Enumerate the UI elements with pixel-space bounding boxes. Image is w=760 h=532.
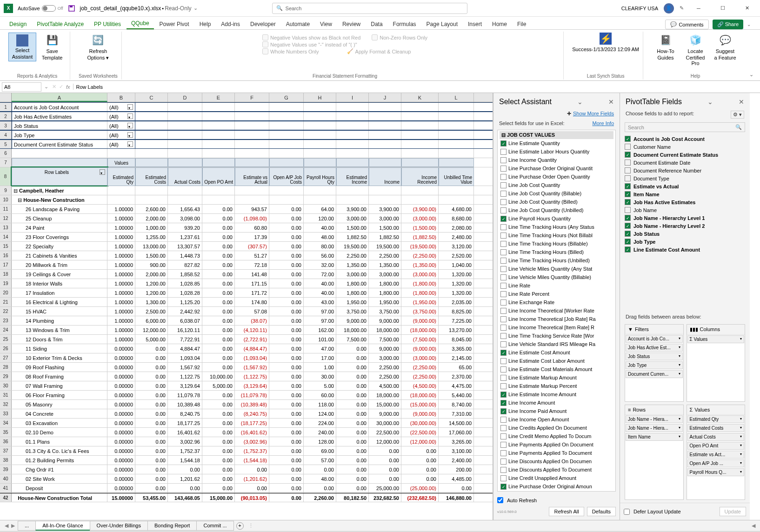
area-field[interactable]: Document Curren... [626, 370, 683, 378]
cell[interactable] [135, 121, 168, 130]
value-cell[interactable]: 0.00 [439, 484, 474, 492]
value-cell[interactable]: 5.00 [304, 381, 336, 390]
value-cell[interactable]: 72.00 [304, 270, 336, 279]
row-header[interactable]: 32 [0, 400, 12, 409]
add-sheet-button[interactable]: + [236, 522, 244, 530]
neg-black-check[interactable]: Negative Values show as Black not Red [262, 34, 360, 40]
row-header[interactable]: 21 [0, 298, 12, 306]
value-cell[interactable]: (1,950.00) [401, 298, 439, 306]
item-name[interactable]: 06 Floor Framing [12, 391, 107, 399]
value-cell[interactable]: 0.00 [269, 298, 304, 306]
total-value[interactable]: 0.00 [269, 493, 304, 502]
group-row[interactable]: ⊟ Campbell, Heather [12, 186, 107, 195]
item-name[interactable]: 24 Paint [12, 223, 107, 232]
row-header[interactable]: 40 [0, 474, 12, 483]
cell[interactable] [439, 186, 474, 195]
value-cell[interactable]: 1,950.00 [336, 298, 369, 306]
value-cell[interactable]: 0.00 [336, 409, 369, 418]
value-cell[interactable]: 9,000.00 [369, 344, 401, 353]
pivot-field-item[interactable]: Document Reference Number [625, 166, 745, 174]
cell[interactable] [304, 186, 336, 195]
value-cell[interactable]: 1.00000 [107, 223, 135, 232]
value-cell[interactable]: (3,750.00) [401, 307, 439, 316]
value-cell[interactable]: 0.00 [269, 391, 304, 399]
avatar[interactable]: 👤 [664, 3, 674, 13]
cell[interactable] [369, 140, 401, 148]
column-header[interactable]: A [12, 93, 107, 102]
row-header[interactable]: 10 [0, 195, 12, 204]
value-cell[interactable]: 0.00 [135, 484, 168, 492]
value-cell[interactable]: 10,000.00 [202, 372, 235, 381]
value-cell[interactable]: 9,000.00 [336, 316, 369, 325]
tab-home[interactable]: Home [487, 19, 512, 29]
row-header[interactable]: 35 [0, 428, 12, 437]
value-cell[interactable]: 0.00 [269, 279, 304, 288]
value-cell[interactable]: 0.00 [269, 233, 304, 241]
field-item[interactable]: Line Payments Applied On Document [500, 440, 613, 449]
fx-icon[interactable]: fx [66, 84, 70, 90]
value-cell[interactable]: 17.39 [235, 233, 269, 241]
value-cell[interactable]: 16,120.11 [168, 326, 202, 334]
value-cell[interactable]: (4,884.47) [235, 344, 269, 353]
value-cell[interactable]: 0.00 [202, 205, 235, 213]
cell[interactable] [304, 112, 336, 120]
value-cell[interactable]: 56.00 [304, 251, 336, 260]
field-item[interactable]: Line Estimate Labor Hours Quantity [500, 147, 613, 156]
value-cell[interactable]: 0.00 [202, 251, 235, 260]
value-cell[interactable]: 1,255.00 [135, 233, 168, 241]
field-item[interactable]: Line Time Tracking Hours (Billable) [500, 239, 613, 248]
cell[interactable] [135, 112, 168, 120]
value-cell[interactable]: 4,500.00 [369, 381, 401, 390]
cell[interactable] [401, 186, 439, 195]
value-cell[interactable]: 13,270.00 [439, 326, 474, 334]
value-cell[interactable]: 1,656.43 [168, 205, 202, 213]
value-cell[interactable]: 3,750.00 [369, 307, 401, 316]
value-cell[interactable]: 2,145.00 [439, 353, 474, 362]
value-cell[interactable]: (12,000.00) [401, 437, 439, 446]
value-cell[interactable]: (7,500.00) [401, 335, 439, 344]
cell[interactable] [202, 195, 235, 204]
value-cell[interactable]: 827.82 [168, 260, 202, 269]
row-header[interactable]: 33 [0, 409, 12, 418]
tab-data[interactable]: Data [366, 19, 387, 29]
item-name[interactable]: 11 Siding [12, 344, 107, 353]
maximize-button[interactable]: ☐ [713, 2, 732, 15]
value-cell[interactable]: 48.00 [304, 474, 336, 483]
pivot-field-item[interactable]: Job Type [625, 238, 745, 246]
value-cell[interactable]: 3,900.00 [336, 205, 369, 213]
value-cell[interactable]: (1,800.00) [401, 279, 439, 288]
cell[interactable] [12, 149, 107, 158]
value-cell[interactable]: 12,000.00 [135, 326, 168, 334]
filter-label[interactable]: Job Status [12, 121, 107, 130]
value-cell[interactable]: (18,177.25) [235, 419, 269, 427]
total-value[interactable]: 80,182.50 [336, 493, 369, 502]
item-name[interactable]: 22 Specialty [12, 242, 107, 251]
field-item[interactable]: Line Purchase Order Original Quantit [500, 164, 613, 173]
value-cell[interactable]: (307.57) [235, 242, 269, 251]
value-cell[interactable]: 0.00 [369, 474, 401, 483]
cell[interactable] [235, 103, 269, 111]
row-header[interactable]: 11 [0, 205, 12, 213]
cell[interactable] [369, 112, 401, 120]
value-cell[interactable]: 18,000.00 [369, 391, 401, 399]
cell[interactable] [304, 158, 336, 167]
value-cell[interactable]: 1,040.00 [439, 260, 474, 269]
update-button[interactable]: Update [720, 507, 746, 516]
value-cell[interactable]: (38.07) [235, 316, 269, 325]
value-cell[interactable]: 124.00 [304, 409, 336, 418]
field-item[interactable]: Line Time Tracking Hours (Unbilled) [500, 256, 613, 265]
value-cell[interactable]: 57.08 [235, 307, 269, 316]
cell[interactable] [135, 186, 168, 195]
row-header[interactable]: 41 [0, 484, 12, 492]
row-header[interactable]: 16 [0, 251, 12, 260]
value-cell[interactable]: 60.80 [235, 223, 269, 232]
value-cell[interactable]: 0.00 [336, 363, 369, 372]
value-cell[interactable]: 0.00 [135, 428, 168, 437]
value-cell[interactable]: (1,567.92) [235, 363, 269, 372]
field-item[interactable]: Line Payments Applied To Document [500, 449, 613, 457]
nonzero-check[interactable]: Non-Zero Rows Only [372, 34, 427, 40]
chevron-down-icon[interactable]: ⌄ [43, 84, 49, 90]
value-cell[interactable]: 2,000.00 [135, 214, 168, 223]
field-item[interactable]: Line Vehicle Standard IRS Mileage Ra [500, 340, 613, 348]
autosave-toggle[interactable]: AutoSave Off [18, 5, 63, 12]
